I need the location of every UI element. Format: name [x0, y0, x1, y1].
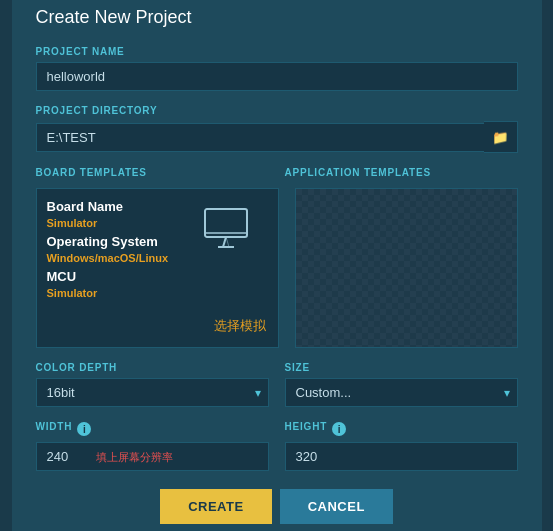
project-name-input[interactable]: [36, 62, 518, 91]
svg-line-2: [226, 237, 229, 247]
height-label: HEIGHT: [285, 421, 328, 432]
cancel-button[interactable]: CANCEL: [280, 489, 393, 524]
board-item-2[interactable]: MCU Simulator: [47, 269, 268, 300]
width-height-row: WIDTH i 填上屏幕分辨率 HEIGHT i: [36, 421, 518, 471]
color-depth-label: COLOR DEPTH: [36, 362, 269, 373]
height-field: HEIGHT i: [285, 421, 518, 471]
width-info-icon[interactable]: i: [77, 422, 91, 436]
create-project-dialog: Create New Project PROJECT NAME PROJECT …: [12, 0, 542, 531]
board-templates-label: BOARD TEMPLATES: [36, 167, 269, 178]
monitor-icon: [203, 207, 258, 256]
action-row: CREATE CANCEL: [36, 489, 518, 524]
width-field: WIDTH i 填上屏幕分辨率: [36, 421, 269, 471]
board-item-sub-2: Simulator: [47, 286, 268, 300]
size-label: SIZE: [285, 362, 518, 373]
app-templates-label: APPLICATION TEMPLATES: [285, 167, 518, 178]
select-template-hint: 选择模拟: [214, 317, 266, 335]
project-directory-input[interactable]: [36, 123, 484, 152]
project-name-field: PROJECT NAME: [36, 46, 518, 91]
width-label: WIDTH: [36, 421, 73, 432]
folder-icon: 📁: [492, 130, 509, 145]
templates-label-row: BOARD TEMPLATES APPLICATION TEMPLATES: [36, 167, 518, 183]
app-templates-panel[interactable]: [295, 188, 518, 348]
height-input[interactable]: [285, 442, 518, 471]
width-input[interactable]: [36, 442, 269, 471]
board-item-name-2: MCU: [47, 269, 268, 286]
project-name-label: PROJECT NAME: [36, 46, 518, 57]
color-size-row: COLOR DEPTH 16bit 8bit 32bit ▾ SIZE Cust…: [36, 362, 518, 407]
svg-line-1: [223, 237, 226, 247]
templates-row: Board Name Simulator Operating System Wi…: [36, 188, 518, 348]
color-depth-field: COLOR DEPTH 16bit 8bit 32bit ▾: [36, 362, 269, 407]
project-directory-field: PROJECT DIRECTORY 📁: [36, 105, 518, 153]
board-templates-panel[interactable]: Board Name Simulator Operating System Wi…: [36, 188, 279, 348]
color-depth-select[interactable]: 16bit 8bit 32bit: [36, 378, 269, 407]
create-button[interactable]: CREATE: [160, 489, 271, 524]
project-directory-label: PROJECT DIRECTORY: [36, 105, 518, 116]
size-field: SIZE Custom... 480x320 800x480 1024x600 …: [285, 362, 518, 407]
height-info-icon[interactable]: i: [332, 422, 346, 436]
size-select[interactable]: Custom... 480x320 800x480 1024x600: [285, 378, 518, 407]
browse-folder-button[interactable]: 📁: [484, 121, 518, 153]
dialog-title: Create New Project: [36, 7, 518, 28]
